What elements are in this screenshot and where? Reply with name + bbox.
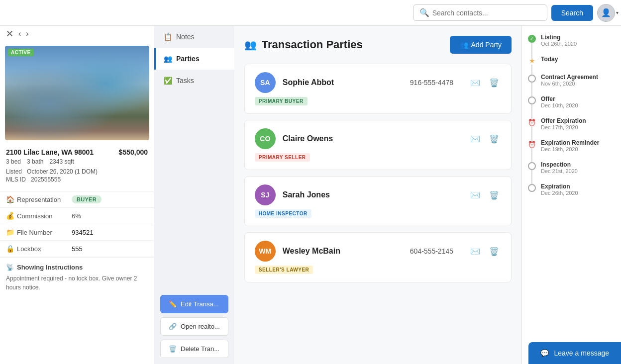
timeline-date: Oct 26th, 2020 [541, 41, 577, 47]
party-delete-button[interactable]: 🗑️ [487, 188, 501, 202]
timeline-dot-hollow [528, 184, 536, 192]
notes-icon: 📋 [164, 33, 172, 41]
party-email-button[interactable]: ✉️ [468, 245, 482, 258]
message-icon: 💬 [540, 349, 549, 357]
party-card: SA Sophie Abbot 916-555-4478 ✉️ 🗑️ PRIMA… [244, 64, 512, 114]
showing-icon: 📡 [6, 264, 14, 271]
timeline-item: Inspection Dec 21st, 2020 [528, 161, 615, 174]
party-card: SJ Sarah Jones ✉️ 🗑️ HOME INSPECTOR [244, 176, 512, 226]
transaction-title-text: Transaction Parties [262, 38, 363, 51]
representation-value: BUYER [72, 195, 102, 203]
timeline-item: ✓ Listing Oct 26th, 2020 [528, 34, 615, 47]
timeline-dot-alarm: ⏰ [528, 118, 536, 126]
timeline-dot-alarm: ⏰ [528, 140, 536, 148]
property-image: ACTIVE [5, 46, 149, 140]
delete-transaction-button[interactable]: 🗑️ Delete Tran... [160, 340, 228, 358]
timeline-label: Today [541, 56, 558, 63]
search-input[interactable] [432, 9, 541, 17]
file-value: 934521 [72, 229, 93, 236]
party-delete-button[interactable]: 🗑️ [487, 76, 501, 90]
next-button[interactable]: › [26, 29, 28, 38]
trash-icon: 🗑️ [169, 345, 177, 353]
showing-title[interactable]: 📡 Showing Instructions [6, 264, 148, 271]
timeline-label: Inspection [541, 161, 578, 168]
representation-icon: 🏠 [6, 195, 17, 203]
leave-message-button[interactable]: 💬 Leave a message [528, 342, 621, 364]
party-cards-list: SA Sophie Abbot 916-555-4478 ✉️ 🗑️ PRIMA… [244, 64, 512, 282]
party-actions: ✉️ 🗑️ [468, 132, 501, 146]
link-icon: 🔗 [169, 323, 177, 330]
tasks-label: Tasks [176, 77, 194, 85]
parties-label: Parties [176, 55, 200, 63]
sidebar-item-notes[interactable]: 📋 Notes [154, 26, 234, 48]
representation-label: Representation [17, 196, 72, 203]
party-delete-button[interactable]: 🗑️ [487, 245, 501, 258]
property-info: 2100 Lilac Lane, WA 98001 $550,000 3 bed… [0, 144, 154, 187]
leave-message-label: Leave a message [554, 349, 609, 357]
party-card: CO Claire Owens ✉️ 🗑️ PRIMARY SELLER [244, 120, 512, 170]
open-realtor-label: Open realto... [181, 323, 220, 330]
timeline-item: Expiration Dec 26th, 2020 [528, 183, 615, 196]
right-timeline-panel: ✓ Listing Oct 26th, 2020 ★ Today Contrac… [521, 26, 621, 364]
user-avatar[interactable]: 👤 [597, 4, 615, 22]
timeline-date: Dec 17th, 2020 [541, 124, 586, 130]
edit-transaction-button[interactable]: ✏️ Edit Transa... [160, 295, 228, 313]
party-actions: ✉️ 🗑️ [468, 188, 501, 202]
sidebar-item-tasks[interactable]: ✅ Tasks [154, 70, 234, 91]
add-icon: 👥 [460, 41, 468, 49]
search-icon: 🔍 [419, 8, 429, 17]
party-avatar: SA [255, 72, 276, 93]
party-tag: PRIMARY SELLER [255, 153, 310, 162]
delete-label: Delete Tran... [181, 345, 219, 353]
party-avatar: CO [255, 128, 276, 149]
mls-value: 202555555 [31, 176, 61, 183]
lockbox-value: 555 [72, 245, 83, 253]
timeline-text: Offer Expiration Dec 17th, 2020 [541, 117, 586, 130]
action-buttons: ✏️ Edit Transa... 🔗 Open realto... 🗑️ De… [154, 295, 234, 364]
transaction-header: 👥 Transaction Parties 👥 Add Party [244, 36, 512, 54]
parties-icon: 👥 [164, 55, 172, 63]
mls-info: MLS ID 202555555 [6, 176, 148, 183]
middle-column: 📋 Notes 👥 Parties ✅ Tasks ✏️ Edit Transa… [154, 26, 234, 364]
party-name: Sarah Jones [283, 190, 461, 199]
timeline-date: Dec 10th, 2020 [541, 102, 578, 108]
lockbox-icon: 🔒 [6, 245, 17, 253]
side-nav: 📋 Notes 👥 Parties ✅ Tasks [154, 26, 234, 295]
timeline-dot-hollow [528, 75, 536, 83]
party-email-button[interactable]: ✉️ [468, 76, 482, 90]
showing-title-text: Showing Instructions [17, 264, 83, 271]
tasks-icon: ✅ [164, 77, 172, 85]
commission-value: 6% [72, 212, 81, 220]
prev-button[interactable]: ‹ [18, 29, 21, 38]
lockbox-label: Lockbox [17, 245, 72, 253]
showing-text: Appointment required - no lock box. Give… [6, 274, 148, 292]
search-box: 🔍 [413, 4, 547, 21]
timeline-text: Today [541, 56, 558, 63]
timeline-dot-hollow [528, 96, 536, 104]
property-address: 2100 Lilac Lane, WA 98001 [6, 148, 94, 156]
listed-value: October 26, 2020 (1 DOM) [27, 168, 98, 175]
edit-icon: ✏️ [169, 300, 177, 308]
search-button[interactable]: Search [551, 5, 593, 21]
showing-section: 📡 Showing Instructions Appointment requi… [0, 257, 154, 298]
party-actions: ✉️ 🗑️ [468, 245, 501, 258]
add-party-button[interactable]: 👥 Add Party [450, 36, 512, 54]
main-layout: ✕ ‹ › ACTIVE 2100 Lilac Lane, WA 98001 $… [0, 26, 621, 364]
close-button[interactable]: ✕ [6, 28, 13, 39]
timeline-date: Dec 26th, 2020 [541, 190, 578, 196]
topbar: 🔍 Search 👤 [0, 0, 621, 26]
timeline-label: Contract Agreement [541, 74, 598, 81]
party-email-button[interactable]: ✉️ [468, 132, 482, 146]
bath-count: 3 bath [27, 158, 43, 165]
sidebar-item-parties[interactable]: 👥 Parties [154, 48, 234, 70]
timeline-date: Dec 21st, 2020 [541, 168, 578, 174]
party-card-top: CO Claire Owens ✉️ 🗑️ [255, 128, 501, 149]
info-row-commission: 💰 Commission 6% [0, 208, 154, 224]
timeline-dot-hollow [528, 162, 536, 170]
timeline-text: Contract Agreement Nov 6th, 2020 [541, 74, 598, 87]
timeline-date: Nov 6th, 2020 [541, 81, 598, 87]
party-delete-button[interactable]: 🗑️ [487, 132, 501, 146]
party-name: Wesley McBain [283, 247, 403, 256]
party-email-button[interactable]: ✉️ [468, 188, 482, 202]
open-realtor-button[interactable]: 🔗 Open realto... [160, 317, 228, 336]
